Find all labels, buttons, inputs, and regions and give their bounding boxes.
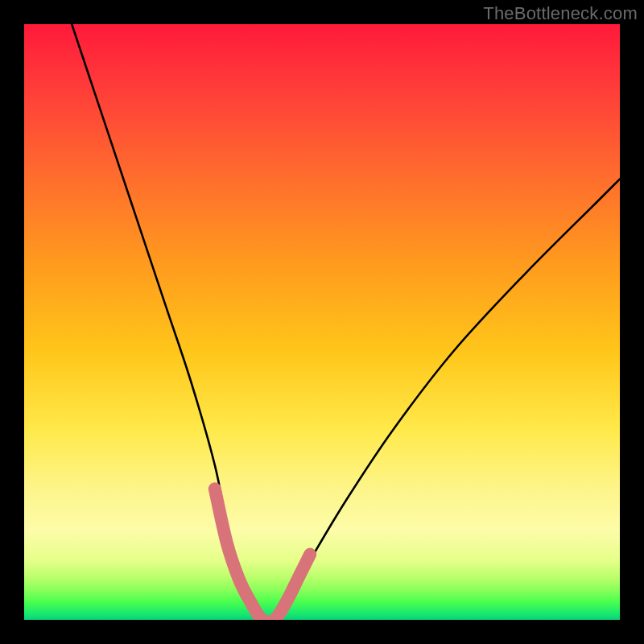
- chart-svg: [24, 24, 620, 620]
- optimal-zone-highlight-path: [215, 489, 310, 620]
- watermark-text: TheBottleneck.com: [483, 3, 638, 24]
- chart-frame: TheBottleneck.com: [0, 0, 644, 644]
- plot-area: [24, 24, 620, 620]
- bottleneck-curve-path: [72, 24, 620, 620]
